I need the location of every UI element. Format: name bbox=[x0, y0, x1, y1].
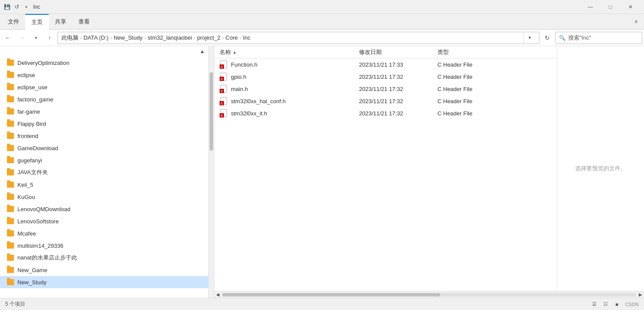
folder-icon bbox=[7, 96, 14, 102]
folder-list: DeliveryOptimizationeclipseeclipse_usefa… bbox=[0, 57, 208, 298]
folder-icon bbox=[7, 121, 14, 127]
file-name-cell: Cgpio.h bbox=[216, 71, 356, 83]
folder-icon bbox=[7, 133, 14, 139]
list-view-button[interactable]: ☰ bbox=[590, 300, 599, 309]
folder-name: gugefanyi bbox=[17, 157, 42, 164]
folder-item[interactable]: factorio_game bbox=[0, 93, 208, 105]
maximize-button[interactable]: □ bbox=[600, 0, 620, 14]
folder-item[interactable]: Keil_5 bbox=[0, 179, 208, 191]
folder-name: LenovoQMDownload bbox=[17, 206, 70, 212]
scroll-thumb[interactable] bbox=[210, 72, 213, 151]
folder-item[interactable]: New_Study bbox=[0, 276, 208, 288]
table-row[interactable]: Cgpio.h2023/11/21 17:32C Header File bbox=[214, 71, 557, 83]
minimize-button[interactable]: — bbox=[580, 0, 600, 14]
detail-view-button[interactable]: ☷ bbox=[601, 300, 610, 309]
folder-item[interactable]: Mcafee bbox=[0, 227, 208, 239]
file-list-header: 名称 ▲ 修改日期 类型 bbox=[214, 46, 557, 58]
folder-icon bbox=[7, 218, 14, 224]
tab-view[interactable]: 查看 bbox=[72, 14, 96, 30]
folder-item[interactable]: frontend bbox=[0, 130, 208, 142]
c-header-file-icon: C bbox=[220, 97, 227, 105]
folder-icon bbox=[7, 206, 14, 212]
folder-icon bbox=[7, 60, 14, 66]
breadcrumb-drive[interactable]: DATA (D:) bbox=[84, 34, 108, 41]
table-row[interactable]: Cstm32l0xx_it.h2023/11/21 17:32C Header … bbox=[214, 107, 557, 119]
tab-home[interactable]: 主页 bbox=[25, 14, 49, 30]
preview-panel: 选择要预览的文件。 bbox=[557, 46, 644, 291]
addressbar-dropdown-button[interactable]: ▾ bbox=[523, 32, 536, 44]
left-scrollbar[interactable] bbox=[209, 46, 214, 298]
file-type-cell: C Header File bbox=[434, 95, 495, 107]
tab-file[interactable]: 文件 bbox=[2, 14, 25, 30]
back-button[interactable]: ← bbox=[2, 32, 14, 44]
file-date-cell: 2023/11/21 17:32 bbox=[356, 95, 434, 107]
col-header-date[interactable]: 修改日期 bbox=[356, 46, 434, 58]
file-type-cell: C Header File bbox=[434, 83, 495, 95]
folder-item[interactable]: LenovoSoftstore bbox=[0, 215, 208, 227]
folder-icon bbox=[7, 279, 14, 285]
search-placeholder-text: 搜索"Inc" bbox=[568, 34, 638, 42]
right-panel: 名称 ▲ 修改日期 类型 CFunction.h2023/11/21 17:33… bbox=[214, 46, 557, 291]
folder-item[interactable]: Flappy Bird bbox=[0, 118, 208, 130]
sort-icon: ▲ bbox=[233, 50, 237, 54]
breadcrumb-core[interactable]: Core bbox=[226, 34, 238, 41]
close-button[interactable]: ✕ bbox=[620, 0, 641, 14]
folder-item[interactable]: LenovoQMDownload bbox=[0, 203, 208, 215]
table-row[interactable]: Cstm32l0xx_hal_conf.h2023/11/21 17:32C H… bbox=[214, 95, 557, 107]
breadcrumb-newstudy[interactable]: New_Study bbox=[114, 34, 142, 41]
titlebar-title: Inc bbox=[33, 4, 40, 10]
folder-item[interactable]: KuGou bbox=[0, 191, 208, 203]
folder-name: nanat的水果店止步于此 bbox=[17, 254, 77, 262]
table-row[interactable]: CFunction.h2023/11/21 17:33C Header File bbox=[214, 58, 557, 71]
folder-icon bbox=[7, 145, 14, 151]
tab-share[interactable]: 共享 bbox=[49, 14, 72, 30]
folder-item[interactable]: eclipse bbox=[0, 69, 208, 81]
file-name: stm32l0xx_hal_conf.h bbox=[231, 98, 286, 104]
folder-name: Mcafee bbox=[17, 230, 36, 237]
hscroll-left-button[interactable]: ◀ bbox=[214, 291, 221, 298]
large-icon-view-button[interactable]: ■ bbox=[612, 300, 622, 309]
file-name: gpio.h bbox=[231, 74, 246, 80]
folder-item[interactable]: gugefanyi bbox=[0, 154, 208, 166]
folder-item[interactable]: eclipse_use bbox=[0, 81, 208, 93]
folder-name: JAVA文件夹 bbox=[17, 168, 48, 176]
breadcrumb-project[interactable]: project_2 bbox=[197, 34, 220, 41]
undo-icon[interactable]: ↺ bbox=[13, 3, 20, 10]
forward-button[interactable]: → bbox=[16, 32, 28, 44]
breadcrumb-stm32[interactable]: stm32_lanqiaobei bbox=[148, 34, 192, 41]
save-icon[interactable]: 💾 bbox=[3, 3, 10, 10]
folder-icon bbox=[7, 255, 14, 261]
folder-item[interactable]: New_Game bbox=[0, 264, 208, 276]
addressbar-row: ← → ▾ ↑ 此电脑 › DATA (D:) › New_Study › st… bbox=[0, 30, 644, 46]
folder-name: eclipse bbox=[17, 72, 35, 78]
horizontal-scrollbar[interactable]: ◀ ▶ bbox=[214, 291, 644, 298]
addressbar[interactable]: 此电脑 › DATA (D:) › New_Study › stm32_lanq… bbox=[58, 32, 539, 44]
search-icon: 🔍 bbox=[559, 35, 566, 41]
folder-item[interactable]: DeliveryOptimization bbox=[0, 57, 208, 69]
table-row[interactable]: Cmain.h2023/11/21 17:32C Header File bbox=[214, 83, 557, 95]
folder-item[interactable]: GameDownload bbox=[0, 142, 208, 154]
search-box[interactable]: 🔍 搜索"Inc" bbox=[555, 32, 642, 44]
folder-item[interactable]: far-game bbox=[0, 105, 208, 118]
breadcrumb-inc[interactable]: Inc bbox=[243, 34, 250, 41]
folder-item[interactable]: multisim14_29336 bbox=[0, 239, 208, 252]
recent-locations-button[interactable]: ▾ bbox=[30, 32, 42, 44]
col-header-name[interactable]: 名称 ▲ bbox=[216, 46, 356, 58]
hscroll-track[interactable] bbox=[222, 293, 636, 297]
folder-name: LenovoSoftstore bbox=[17, 218, 59, 225]
panel-scroll-up-button[interactable]: ▲ bbox=[200, 48, 205, 54]
folder-item[interactable]: nanat的水果店止步于此 bbox=[0, 252, 208, 264]
refresh-button[interactable]: ↻ bbox=[541, 32, 553, 44]
ribbon-expand-button[interactable]: ∧ bbox=[630, 16, 642, 28]
folder-icon bbox=[7, 72, 14, 78]
dropdown-icon[interactable]: ▾ bbox=[23, 3, 30, 10]
left-panel-header: ▲ bbox=[0, 46, 208, 57]
breadcrumb-computer[interactable]: 此电脑 bbox=[61, 34, 78, 42]
folder-name: KuGou bbox=[17, 194, 35, 200]
up-button[interactable]: ↑ bbox=[44, 32, 56, 44]
col-header-type[interactable]: 类型 bbox=[434, 46, 495, 58]
hscroll-right-button[interactable]: ▶ bbox=[637, 291, 644, 298]
folder-item[interactable]: JAVA文件夹 bbox=[0, 166, 208, 179]
folder-icon bbox=[7, 108, 14, 115]
hscroll-thumb[interactable] bbox=[222, 293, 440, 297]
